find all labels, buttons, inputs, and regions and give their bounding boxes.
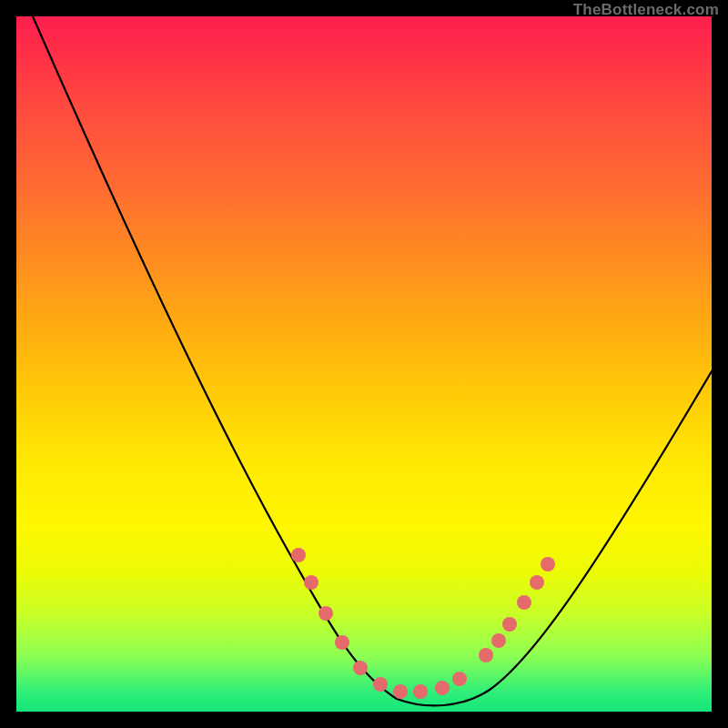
marker-dot (291, 548, 306, 562)
marker-dot (491, 633, 506, 648)
marker-dot (353, 661, 368, 675)
marker-dot (373, 677, 388, 692)
bottleneck-curve (33, 16, 712, 705)
marker-dot (335, 635, 349, 650)
marker-dot (479, 648, 493, 662)
marker-dot (541, 557, 555, 571)
marker-dot (517, 595, 531, 610)
marker-dot (318, 606, 333, 621)
brand-watermark: TheBottleneck.com (573, 1, 719, 19)
marker-dot (452, 672, 467, 686)
marker-dot (435, 681, 450, 695)
curve-layer (16, 16, 712, 712)
marker-dot (502, 617, 517, 632)
marker-dot (413, 684, 428, 699)
marker-dot (530, 575, 544, 590)
marker-dot (393, 684, 408, 699)
chart-card: { "brand": "TheBottleneck.com", "chart_d… (0, 0, 728, 728)
marker-dot (304, 575, 318, 590)
